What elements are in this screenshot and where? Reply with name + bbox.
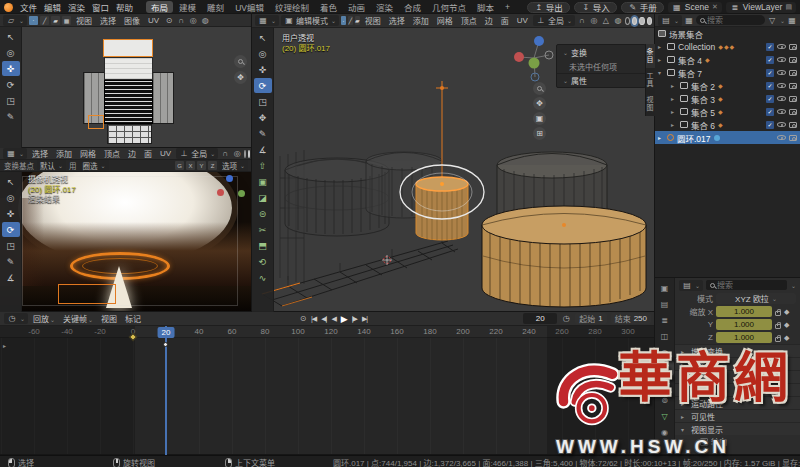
- play-reverse-button[interactable]: ◀: [329, 315, 337, 323]
- play-button[interactable]: ▶: [339, 314, 349, 324]
- panel-instancing[interactable]: ▸实例化: [675, 383, 800, 396]
- physics-tab-icon[interactable]: ⊚: [656, 393, 674, 407]
- bevel-tool-icon[interactable]: ◪: [254, 190, 272, 205]
- toggle-perspective-icon[interactable]: ⊞: [533, 127, 546, 140]
- scene-unlink-icon[interactable]: ✕: [712, 3, 718, 11]
- cam-select-box-tool-icon[interactable]: ↖: [2, 174, 20, 189]
- edit-menu-select[interactable]: 选择: [386, 15, 408, 26]
- edit-menu-add[interactable]: 添加: [410, 15, 432, 26]
- cam-orientation-dropdown[interactable]: ⊥全局⌄: [176, 148, 218, 159]
- rotate-tool-icon[interactable]: ⟳: [254, 78, 272, 93]
- camera-view-icon[interactable]: ▣: [533, 112, 546, 125]
- uv-canvas[interactable]: ↖ ◎ ✜ ⟳ ◳ ✎ ✥: [0, 27, 252, 148]
- filter-funnel-icon[interactable]: ▽: [767, 16, 777, 25]
- uv-move-tool-icon[interactable]: ✜: [2, 61, 20, 76]
- workspace-tab-compositing[interactable]: 合成: [399, 1, 426, 13]
- properties-panel-header[interactable]: ⌄属性: [557, 73, 645, 87]
- lock-icon[interactable]: [775, 337, 781, 342]
- jump-to-start-button[interactable]: |◀: [309, 315, 318, 323]
- import-button[interactable]: ↧导入: [574, 2, 617, 13]
- timeline-menu-keyframes[interactable]: 关键帧⌄: [60, 313, 96, 324]
- menu-file[interactable]: 文件: [17, 1, 40, 13]
- edit-menu-uv[interactable]: UV: [514, 16, 531, 25]
- animate-diamond-icon[interactable]: ◆: [784, 334, 789, 342]
- pivot-dropdown[interactable]: 默认⌄: [37, 160, 66, 171]
- cam-menu-face[interactable]: 面: [141, 148, 155, 159]
- edit-overlay-icon[interactable]: ◍: [613, 16, 623, 25]
- menu-help[interactable]: 帮助: [113, 1, 136, 13]
- workspace-tab-texture-paint[interactable]: 纹理绘制: [270, 1, 314, 13]
- collection-row[interactable]: ▸ 集合 4 ◆ ✓: [655, 53, 800, 66]
- expand-icon[interactable]: ▸: [658, 43, 664, 50]
- cam-move-tool-icon[interactable]: ✜: [2, 206, 20, 221]
- edit-orientation-dropdown[interactable]: ⊥全局⌄: [533, 15, 575, 26]
- shading-rendered-icon[interactable]: [647, 17, 652, 25]
- cam-measure-tool-icon[interactable]: ∡: [2, 270, 20, 285]
- channel-collapse-icon[interactable]: ▸: [3, 342, 9, 349]
- eye-icon[interactable]: [777, 109, 786, 114]
- expand-icon[interactable]: ▸: [671, 108, 677, 115]
- cam-menu-uv[interactable]: UV: [157, 149, 174, 158]
- scene-selector[interactable]: ▦Scene✕: [668, 2, 722, 13]
- expand-icon[interactable]: ▸: [658, 56, 664, 63]
- edit-editor-dropdown[interactable]: ▦⌄: [255, 15, 279, 26]
- next-keyframe-button[interactable]: |▶: [350, 315, 359, 323]
- vertex-select-icon[interactable]: ∙: [341, 16, 346, 25]
- checkbox-icon[interactable]: ✓: [766, 95, 774, 103]
- outliner-search-input[interactable]: [707, 16, 761, 25]
- lock-icon[interactable]: [775, 324, 781, 329]
- eye-icon[interactable]: [777, 57, 786, 62]
- edit-snap-magnet-icon[interactable]: ∩: [577, 16, 587, 25]
- checkbox-icon[interactable]: ✓: [766, 43, 774, 51]
- move-tool-icon[interactable]: ✜: [254, 62, 272, 77]
- scale-y-field[interactable]: 1.000: [716, 319, 772, 330]
- timeline-menu-view[interactable]: 视图: [98, 313, 120, 324]
- loop-cut-tool-icon[interactable]: ⊜: [254, 206, 272, 221]
- workspace-tab-modeling[interactable]: 建模: [174, 1, 201, 13]
- uv-select-box-tool-icon[interactable]: ↖: [2, 29, 20, 44]
- uv-face-mode-icon[interactable]: ▰: [51, 16, 60, 25]
- collection-row[interactable]: ▸ Collection ◆◆◆ ✓: [655, 40, 800, 53]
- uv-menu-uv[interactable]: UV: [145, 16, 162, 25]
- cam-gizmo-y-axis[interactable]: [238, 190, 245, 197]
- collapse-icon[interactable]: ▾: [658, 69, 664, 76]
- jump-to-end-button[interactable]: ▶|: [360, 315, 369, 323]
- animate-diamond-icon[interactable]: ◆: [784, 321, 789, 329]
- npanel-tab-item[interactable]: 条目: [646, 44, 655, 68]
- edit-gizmo-icon[interactable]: △: [601, 16, 611, 25]
- workspace-tab-geometry-nodes[interactable]: 几何节点: [427, 1, 471, 13]
- uv-snap-icon[interactable]: ∩: [176, 16, 186, 25]
- cam-cursor-tool-icon[interactable]: ◎: [2, 190, 20, 205]
- panel-motion-paths[interactable]: ▸运动路径: [675, 396, 800, 409]
- collection-row[interactable]: ▸ 集合 2 ◆ ✓: [655, 79, 800, 92]
- uv-pan-hand-icon[interactable]: ✥: [234, 71, 247, 84]
- scene-tab-icon[interactable]: ◫: [656, 329, 674, 343]
- add-workspace-button[interactable]: +: [500, 2, 515, 12]
- knife-tool-icon[interactable]: ✂: [254, 222, 272, 237]
- cam-scale-tool-icon[interactable]: ◳: [2, 238, 20, 253]
- uv-rotate-tool-icon[interactable]: ⟳: [2, 77, 20, 92]
- cam-menu-add[interactable]: 添加: [53, 148, 75, 159]
- uv-vertex-mode-icon[interactable]: ∙: [29, 16, 38, 25]
- measure-tool-icon[interactable]: ∡: [254, 142, 272, 157]
- tool-options-dropdown[interactable]: 选项⌄: [219, 160, 248, 171]
- object-data-tab-icon[interactable]: ▽: [656, 409, 674, 423]
- cam-menu-vertex[interactable]: 顶点: [101, 148, 123, 159]
- axis-z-button[interactable]: Z: [208, 161, 217, 170]
- cam-proportional-icon[interactable]: ◎: [232, 149, 242, 158]
- uv-annotate-tool-icon[interactable]: ✎: [2, 109, 20, 124]
- outliner-display-mode-icon[interactable]: ▦: [684, 16, 694, 25]
- tool-mid-dropdown[interactable]: 圈选⌄: [80, 160, 109, 171]
- uv-pivot-icon[interactable]: ⊙: [164, 16, 174, 25]
- mode-dropdown[interactable]: ▣编辑模式⌄: [281, 15, 339, 26]
- selected-object-row[interactable]: ▸ 圆环.017: [655, 131, 800, 144]
- menu-window[interactable]: 窗口: [89, 1, 112, 13]
- scene-collection-row[interactable]: 场景集合: [655, 27, 800, 40]
- cam-shading-solid-icon[interactable]: [248, 150, 250, 158]
- uv-menu-view[interactable]: 视图: [73, 15, 95, 26]
- camera-viewport-canvas[interactable]: ↖ ◎ ✜ ⟳ ◳ ✎ ∡ 摄像机透视 (20) 圆环.017 渲染结果: [0, 172, 252, 312]
- collection-row[interactable]: ▸ 集合 3 ◆ ✓: [655, 92, 800, 105]
- viewport-editor-dropdown[interactable]: ▦⌄: [3, 148, 27, 159]
- edit-menu-mesh[interactable]: 网格: [434, 15, 456, 26]
- blender-logo-icon[interactable]: [4, 3, 13, 12]
